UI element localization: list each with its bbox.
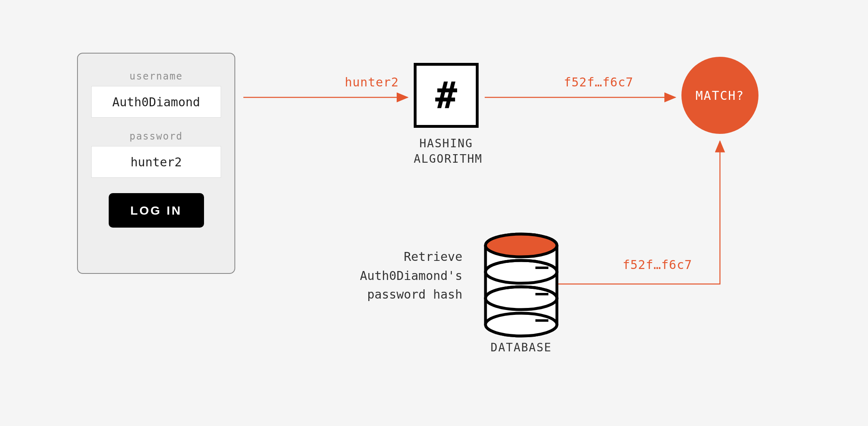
username-field[interactable]: Auth0Diamond: [91, 86, 221, 118]
svg-point-8: [486, 234, 557, 257]
database-icon: [486, 234, 557, 336]
svg-point-7: [486, 260, 557, 283]
password-field[interactable]: hunter2: [91, 146, 221, 178]
match-node: MATCH?: [681, 57, 758, 134]
svg-point-6: [486, 287, 557, 310]
svg-point-3: [486, 260, 557, 283]
arrow-label-plaintext: hunter2: [345, 75, 399, 89]
svg-point-5: [486, 313, 557, 336]
login-form: username Auth0Diamond password hunter2 L…: [77, 53, 235, 274]
arrow-label-hash-output: f52f…f6c7: [564, 75, 634, 89]
password-label: password: [129, 131, 183, 142]
username-label: username: [129, 71, 183, 82]
svg-point-4: [486, 287, 557, 310]
arrow-label-db-hash: f52f…f6c7: [623, 258, 692, 272]
login-button[interactable]: LOG IN: [109, 193, 204, 228]
svg-point-2: [486, 234, 557, 257]
hash-algorithm-label: HASHING ALGORITHM: [414, 136, 479, 167]
database-label: DATABASE: [468, 341, 574, 354]
hash-algorithm-icon: #: [414, 63, 479, 128]
database-retrieve-text: Retrieve Auth0Diamond's password hash: [292, 247, 462, 304]
